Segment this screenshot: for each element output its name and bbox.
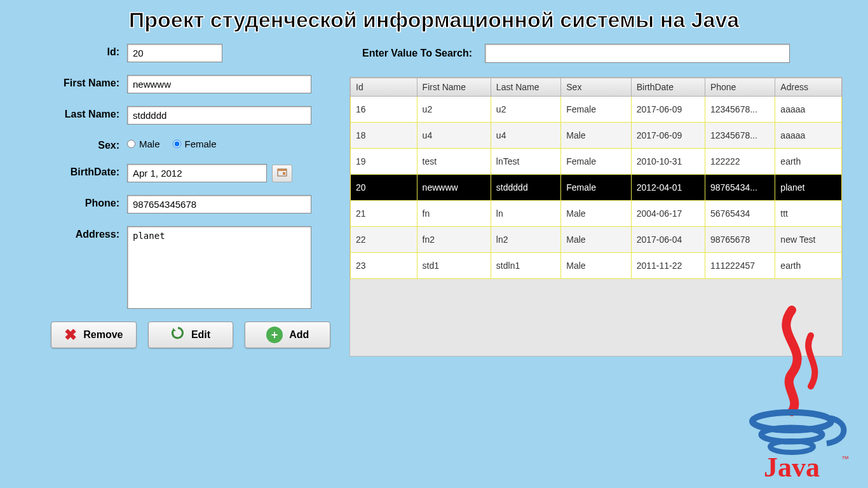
table-cell[interactable]: 20 <box>351 175 417 201</box>
table-container: Id First Name Last Name Sex BirthDate Ph… <box>349 77 843 356</box>
table-cell[interactable]: 98765434... <box>705 175 775 201</box>
table-cell[interactable]: earth <box>775 149 842 175</box>
add-button[interactable]: + Add <box>245 322 330 348</box>
svg-point-5 <box>770 441 813 452</box>
table-cell[interactable]: std1 <box>417 253 491 279</box>
remove-button[interactable]: ✖ Remove <box>51 322 137 348</box>
table-cell[interactable]: planet <box>775 175 842 201</box>
table-row[interactable]: 16u2u2Female2017-06-0912345678...aaaaa <box>351 97 842 123</box>
table-row[interactable]: 20newwwwstdddddFemale2012-04-0198765434.… <box>351 175 842 201</box>
table-cell[interactable]: lnTest <box>491 149 560 175</box>
search-input[interactable] <box>485 44 790 63</box>
table-row[interactable]: 21fnlnMale2004-06-1756765434ttt <box>351 201 842 227</box>
table-cell[interactable]: 111222457 <box>705 253 775 279</box>
table-cell[interactable]: Male <box>561 123 631 149</box>
table-cell[interactable]: 2011-11-22 <box>631 253 705 279</box>
table-cell[interactable]: 2010-10-31 <box>631 149 705 175</box>
header-phone[interactable]: Phone <box>705 78 775 97</box>
address-field[interactable] <box>127 226 311 309</box>
table-cell[interactable]: 23 <box>351 253 417 279</box>
radio-female-label: Female <box>185 139 217 149</box>
remove-icon: ✖ <box>64 326 77 344</box>
header-birthdate[interactable]: BirthDate <box>631 78 705 97</box>
table-cell[interactable]: Female <box>561 97 631 123</box>
label-id: Id: <box>25 44 127 58</box>
header-last-name[interactable]: Last Name <box>491 78 560 97</box>
birthdate-field[interactable] <box>127 164 267 182</box>
table-cell[interactable]: Female <box>561 149 631 175</box>
first-name-field[interactable] <box>127 75 311 93</box>
table-cell[interactable]: aaaaa <box>775 123 842 149</box>
sex-radio-group: Male Female <box>127 137 217 149</box>
edit-button-label: Edit <box>191 329 210 341</box>
phone-field[interactable] <box>127 195 311 214</box>
table-cell[interactable]: Female <box>561 175 631 201</box>
table-cell[interactable]: 2017-06-09 <box>631 97 705 123</box>
table-cell[interactable]: u4 <box>491 123 560 149</box>
radio-male-input[interactable] <box>127 140 135 148</box>
header-first-name[interactable]: First Name <box>417 78 491 97</box>
table-cell[interactable]: aaaaa <box>775 97 842 123</box>
table-cell[interactable]: u2 <box>491 97 560 123</box>
radio-female[interactable]: Female <box>173 139 217 149</box>
svg-rect-2 <box>283 172 285 175</box>
table-cell[interactable]: 21 <box>351 201 417 227</box>
table-row[interactable]: 18u4u4Male2017-06-0912345678...aaaaa <box>351 123 842 149</box>
table-cell[interactable]: Male <box>561 201 631 227</box>
table-cell[interactable]: 19 <box>351 149 417 175</box>
header-address[interactable]: Adress <box>775 78 842 97</box>
page-title: Проект студенческой информационной систе… <box>0 0 868 44</box>
svg-text:™: ™ <box>841 454 849 463</box>
table-cell[interactable]: stddddd <box>491 175 560 201</box>
table-cell[interactable]: 2017-06-09 <box>631 123 705 149</box>
main-container: Id: First Name: Last Name: Sex: Male Fem… <box>0 44 868 356</box>
radio-female-input[interactable] <box>173 140 181 148</box>
table-cell[interactable]: Male <box>561 227 631 253</box>
table-cell[interactable]: ln <box>491 201 560 227</box>
table-cell[interactable]: 98765678 <box>705 227 775 253</box>
date-picker-button[interactable] <box>272 165 292 182</box>
students-table[interactable]: Id First Name Last Name Sex BirthDate Ph… <box>350 78 842 279</box>
edit-button[interactable]: Edit <box>148 322 234 348</box>
table-cell[interactable]: 12345678... <box>705 123 775 149</box>
table-cell[interactable]: 56765434 <box>705 201 775 227</box>
table-cell[interactable]: new Test <box>775 227 842 253</box>
table-row[interactable]: 23std1stdln1Male2011-11-22111222457earth <box>351 253 842 279</box>
svg-point-4 <box>761 428 822 442</box>
table-cell[interactable]: test <box>417 149 491 175</box>
table-cell[interactable]: stdln1 <box>491 253 560 279</box>
table-cell[interactable]: earth <box>775 253 842 279</box>
table-cell[interactable]: Male <box>561 253 631 279</box>
table-cell[interactable]: 122222 <box>705 149 775 175</box>
table-cell[interactable]: 2017-06-04 <box>631 227 705 253</box>
table-row[interactable]: 19testlnTestFemale2010-10-31122222earth <box>351 149 842 175</box>
id-field[interactable] <box>127 44 222 62</box>
header-sex[interactable]: Sex <box>561 78 631 97</box>
table-cell[interactable]: u2 <box>417 97 491 123</box>
table-cell[interactable]: 18 <box>351 123 417 149</box>
table-cell[interactable]: ln2 <box>491 227 560 253</box>
radio-male-label: Male <box>139 139 160 149</box>
table-cell[interactable]: u4 <box>417 123 491 149</box>
table-cell[interactable]: newwww <box>417 175 491 201</box>
svg-rect-1 <box>278 169 287 171</box>
svg-text:Java: Java <box>764 452 820 482</box>
table-cell[interactable]: fn2 <box>417 227 491 253</box>
action-bar: ✖ Remove Edit + Add <box>51 322 330 348</box>
table-cell[interactable]: 12345678... <box>705 97 775 123</box>
right-column: Enter Value To Search: Id First Name Las… <box>349 44 843 356</box>
table-cell[interactable]: 2004-06-17 <box>631 201 705 227</box>
label-birthdate: BirthDate: <box>25 164 127 178</box>
table-cell[interactable]: fn <box>417 201 491 227</box>
table-row[interactable]: 22fn2ln2Male2017-06-0498765678new Test <box>351 227 842 253</box>
label-sex: Sex: <box>25 137 127 151</box>
svg-point-3 <box>752 412 831 430</box>
table-cell[interactable]: ttt <box>775 201 842 227</box>
table-cell[interactable]: 22 <box>351 227 417 253</box>
last-name-field[interactable] <box>127 106 311 125</box>
form-column: Id: First Name: Last Name: Sex: Male Fem… <box>25 44 330 356</box>
header-id[interactable]: Id <box>351 78 417 97</box>
table-cell[interactable]: 2012-04-01 <box>631 175 705 201</box>
radio-male[interactable]: Male <box>127 139 160 149</box>
table-cell[interactable]: 16 <box>351 97 417 123</box>
